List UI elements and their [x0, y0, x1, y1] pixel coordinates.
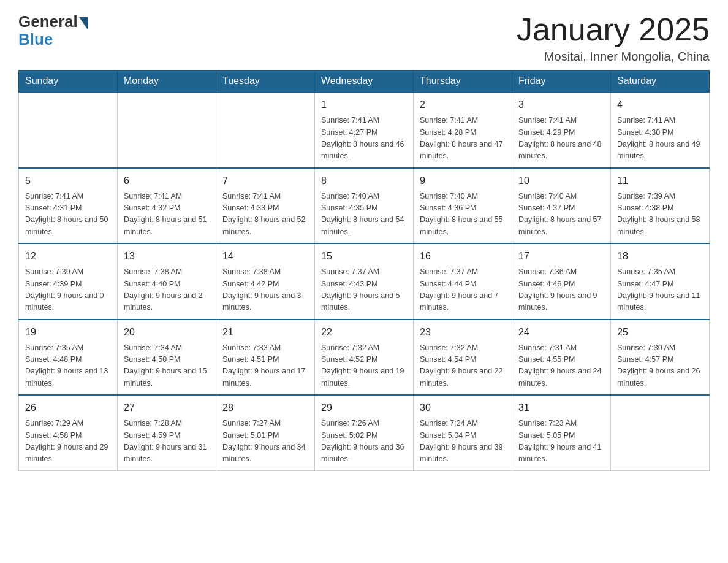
day-number: 13 — [124, 249, 210, 264]
day-number: 8 — [321, 174, 407, 188]
day-info: Sunrise: 7:32 AM Sunset: 4:54 PM Dayligh… — [420, 342, 506, 390]
calendar-day-cell: 28Sunrise: 7:27 AM Sunset: 5:01 PM Dayli… — [216, 395, 315, 470]
day-number: 9 — [420, 174, 506, 188]
day-number: 10 — [518, 174, 604, 188]
day-info: Sunrise: 7:37 AM Sunset: 4:44 PM Dayligh… — [420, 266, 506, 314]
day-number: 22 — [321, 325, 407, 340]
day-number: 4 — [617, 98, 703, 112]
calendar-day-cell: 8Sunrise: 7:40 AM Sunset: 4:35 PM Daylig… — [315, 168, 414, 244]
day-info: Sunrise: 7:30 AM Sunset: 4:57 PM Dayligh… — [617, 342, 703, 390]
day-info: Sunrise: 7:41 AM Sunset: 4:27 PM Dayligh… — [321, 115, 407, 163]
day-of-week-header: Monday — [118, 71, 216, 93]
day-info: Sunrise: 7:28 AM Sunset: 4:59 PM Dayligh… — [124, 418, 210, 465]
day-of-week-header: Wednesday — [315, 71, 414, 93]
day-info: Sunrise: 7:36 AM Sunset: 4:46 PM Dayligh… — [518, 266, 604, 314]
day-info: Sunrise: 7:39 AM Sunset: 4:38 PM Dayligh… — [617, 191, 703, 239]
day-number: 23 — [420, 325, 506, 340]
day-info: Sunrise: 7:27 AM Sunset: 5:01 PM Dayligh… — [222, 418, 308, 465]
calendar-table: SundayMondayTuesdayWednesdayThursdayFrid… — [18, 70, 710, 471]
calendar-day-cell: 1Sunrise: 7:41 AM Sunset: 4:27 PM Daylig… — [315, 92, 414, 168]
day-number: 16 — [420, 249, 506, 264]
day-info: Sunrise: 7:35 AM Sunset: 4:47 PM Dayligh… — [617, 266, 703, 314]
calendar-day-cell: 21Sunrise: 7:33 AM Sunset: 4:51 PM Dayli… — [216, 320, 315, 396]
calendar-day-cell: 2Sunrise: 7:41 AM Sunset: 4:28 PM Daylig… — [414, 92, 512, 168]
logo-blue-text: Blue — [18, 30, 53, 49]
day-number: 27 — [124, 400, 210, 415]
day-info: Sunrise: 7:38 AM Sunset: 4:42 PM Dayligh… — [222, 266, 308, 314]
day-number: 2 — [420, 98, 506, 112]
day-info: Sunrise: 7:23 AM Sunset: 5:05 PM Dayligh… — [518, 418, 604, 465]
day-info: Sunrise: 7:29 AM Sunset: 4:58 PM Dayligh… — [25, 418, 111, 465]
day-number: 11 — [617, 174, 703, 188]
calendar-day-cell: 9Sunrise: 7:40 AM Sunset: 4:36 PM Daylig… — [414, 168, 512, 244]
calendar-day-cell: 18Sunrise: 7:35 AM Sunset: 4:47 PM Dayli… — [611, 243, 710, 320]
day-number: 3 — [518, 98, 604, 112]
calendar-day-cell: 20Sunrise: 7:34 AM Sunset: 4:50 PM Dayli… — [118, 320, 216, 396]
day-number: 19 — [25, 325, 111, 340]
day-number: 15 — [321, 249, 407, 264]
calendar-day-cell — [216, 92, 315, 168]
day-of-week-header: Tuesday — [216, 71, 315, 93]
day-info: Sunrise: 7:41 AM Sunset: 4:30 PM Dayligh… — [617, 115, 703, 163]
calendar-day-cell: 27Sunrise: 7:28 AM Sunset: 4:59 PM Dayli… — [118, 395, 216, 470]
day-number: 18 — [617, 249, 703, 264]
calendar-day-cell: 3Sunrise: 7:41 AM Sunset: 4:29 PM Daylig… — [512, 92, 611, 168]
day-info: Sunrise: 7:40 AM Sunset: 4:35 PM Dayligh… — [321, 191, 407, 239]
calendar-day-cell — [118, 92, 216, 168]
calendar-day-cell: 13Sunrise: 7:38 AM Sunset: 4:40 PM Dayli… — [118, 243, 216, 320]
calendar-day-cell: 29Sunrise: 7:26 AM Sunset: 5:02 PM Dayli… — [315, 395, 414, 470]
day-number: 28 — [222, 400, 308, 415]
day-info: Sunrise: 7:35 AM Sunset: 4:48 PM Dayligh… — [25, 342, 111, 390]
calendar-day-cell: 25Sunrise: 7:30 AM Sunset: 4:57 PM Dayli… — [611, 320, 710, 396]
calendar-day-cell: 22Sunrise: 7:32 AM Sunset: 4:52 PM Dayli… — [315, 320, 414, 396]
day-number: 29 — [321, 400, 407, 415]
calendar-day-cell — [611, 395, 710, 470]
day-info: Sunrise: 7:40 AM Sunset: 4:37 PM Dayligh… — [518, 191, 604, 239]
day-number: 1 — [321, 98, 407, 112]
calendar-day-cell: 31Sunrise: 7:23 AM Sunset: 5:05 PM Dayli… — [512, 395, 611, 470]
day-info: Sunrise: 7:34 AM Sunset: 4:50 PM Dayligh… — [124, 342, 210, 390]
calendar-day-cell: 30Sunrise: 7:24 AM Sunset: 5:04 PM Dayli… — [414, 395, 512, 470]
day-number: 5 — [25, 174, 111, 188]
day-number: 7 — [222, 174, 308, 188]
logo: General Blue — [18, 12, 88, 49]
logo-arrow-icon — [79, 17, 88, 29]
day-number: 30 — [420, 400, 506, 415]
day-info: Sunrise: 7:41 AM Sunset: 4:29 PM Dayligh… — [518, 115, 604, 163]
page-header: General Blue January 2025 Mositai, Inner… — [18, 12, 710, 64]
calendar-day-cell: 17Sunrise: 7:36 AM Sunset: 4:46 PM Dayli… — [512, 243, 611, 320]
calendar-header-row: SundayMondayTuesdayWednesdayThursdayFrid… — [19, 71, 710, 93]
day-number: 26 — [25, 400, 111, 415]
calendar-day-cell: 16Sunrise: 7:37 AM Sunset: 4:44 PM Dayli… — [414, 243, 512, 320]
day-number: 31 — [518, 400, 604, 415]
calendar-day-cell: 6Sunrise: 7:41 AM Sunset: 4:32 PM Daylig… — [118, 168, 216, 244]
logo-general-text: General — [18, 12, 78, 31]
day-number: 25 — [617, 325, 703, 340]
day-number: 6 — [124, 174, 210, 188]
day-info: Sunrise: 7:41 AM Sunset: 4:33 PM Dayligh… — [222, 191, 308, 239]
day-of-week-header: Sunday — [19, 71, 118, 93]
calendar-day-cell: 14Sunrise: 7:38 AM Sunset: 4:42 PM Dayli… — [216, 243, 315, 320]
calendar-day-cell — [19, 92, 118, 168]
day-info: Sunrise: 7:37 AM Sunset: 4:43 PM Dayligh… — [321, 266, 407, 314]
calendar-week-row: 26Sunrise: 7:29 AM Sunset: 4:58 PM Dayli… — [19, 395, 710, 470]
day-info: Sunrise: 7:41 AM Sunset: 4:28 PM Dayligh… — [420, 115, 506, 163]
calendar-week-row: 12Sunrise: 7:39 AM Sunset: 4:39 PM Dayli… — [19, 243, 710, 320]
calendar-week-row: 19Sunrise: 7:35 AM Sunset: 4:48 PM Dayli… — [19, 320, 710, 396]
calendar-day-cell: 12Sunrise: 7:39 AM Sunset: 4:39 PM Dayli… — [19, 243, 118, 320]
day-number: 17 — [518, 249, 604, 264]
day-info: Sunrise: 7:40 AM Sunset: 4:36 PM Dayligh… — [420, 191, 506, 239]
day-info: Sunrise: 7:24 AM Sunset: 5:04 PM Dayligh… — [420, 418, 506, 465]
day-number: 21 — [222, 325, 308, 340]
day-number: 12 — [25, 249, 111, 264]
calendar-day-cell: 4Sunrise: 7:41 AM Sunset: 4:30 PM Daylig… — [611, 92, 710, 168]
calendar-day-cell: 5Sunrise: 7:41 AM Sunset: 4:31 PM Daylig… — [19, 168, 118, 244]
calendar-day-cell: 24Sunrise: 7:31 AM Sunset: 4:55 PM Dayli… — [512, 320, 611, 396]
day-info: Sunrise: 7:32 AM Sunset: 4:52 PM Dayligh… — [321, 342, 407, 390]
calendar-day-cell: 10Sunrise: 7:40 AM Sunset: 4:37 PM Dayli… — [512, 168, 611, 244]
calendar-week-row: 1Sunrise: 7:41 AM Sunset: 4:27 PM Daylig… — [19, 92, 710, 168]
day-info: Sunrise: 7:38 AM Sunset: 4:40 PM Dayligh… — [124, 266, 210, 314]
calendar-day-cell: 11Sunrise: 7:39 AM Sunset: 4:38 PM Dayli… — [611, 168, 710, 244]
day-number: 14 — [222, 249, 308, 264]
calendar-day-cell: 19Sunrise: 7:35 AM Sunset: 4:48 PM Dayli… — [19, 320, 118, 396]
